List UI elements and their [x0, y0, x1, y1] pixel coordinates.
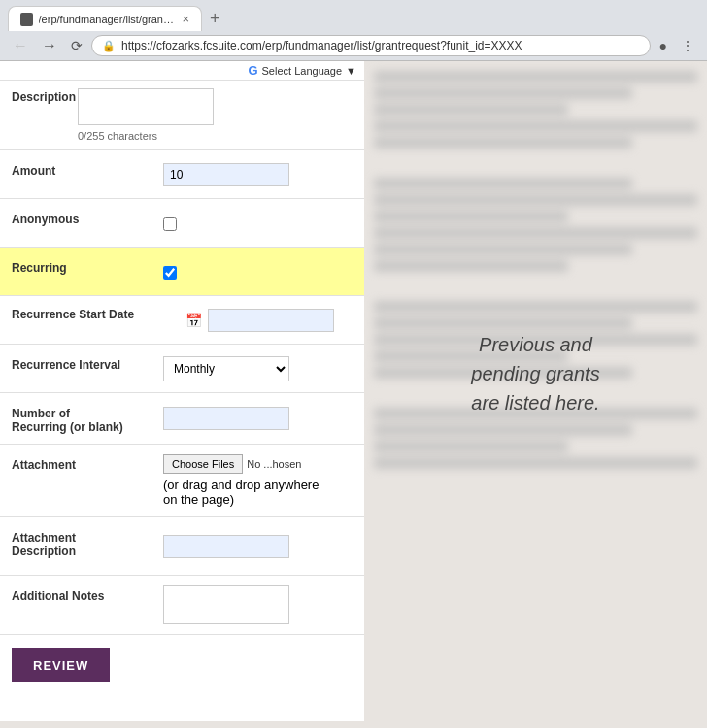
attachment-description-input[interactable] — [163, 535, 289, 558]
attachment-row: Attachment Choose Files No ...hosen (or … — [0, 445, 364, 517]
attachment-control: Choose Files No ...hosen (or drag and dr… — [155, 445, 364, 516]
refresh-button[interactable]: ⟳ — [66, 36, 87, 55]
anonymous-checkbox[interactable] — [163, 217, 177, 231]
anonymous-row: Anonymous — [0, 199, 364, 248]
nav-right-buttons: ● ⋮ — [655, 36, 699, 55]
additional-notes-label: Additional Notes — [0, 576, 155, 634]
number-of-recurring-control — [155, 393, 364, 444]
recurrence-interval-label: Recurrence Interval — [0, 345, 155, 392]
attachment-description-row: Attachment Description — [0, 517, 364, 576]
attachment-hint: (or drag and drop anywhere on the page) — [163, 478, 319, 507]
tab-favicon — [20, 13, 33, 26]
url-text: https://cfozarks.fcsuite.com/erp/fundman… — [121, 39, 522, 52]
right-section-4 — [374, 408, 697, 469]
tab-bar: /erp/fundmanager/list/grantrec... × + — [0, 0, 707, 31]
translate-bar: G Select Language ▼ — [0, 61, 364, 81]
number-of-recurring-row: Number of Recurring (or blank) — [0, 393, 364, 445]
menu-button[interactable]: ⋮ — [676, 36, 699, 55]
review-button-container: REVIEW — [0, 635, 364, 702]
tab-close-button[interactable]: × — [182, 12, 189, 26]
google-g-icon: G — [248, 63, 257, 78]
extensions-button[interactable]: ● — [655, 36, 672, 55]
right-panel: Previous and pending grants are listed h… — [364, 61, 707, 721]
right-section-2 — [374, 178, 697, 272]
description-textarea[interactable] — [78, 88, 214, 125]
back-button[interactable]: ← — [8, 35, 33, 56]
blurred-content-3 — [374, 301, 697, 379]
nav-bar: ← → ⟳ 🔒 https://cfozarks.fcsuite.com/erp… — [0, 31, 707, 60]
select-language-label[interactable]: Select Language — [262, 65, 343, 77]
attachment-description-control — [155, 517, 364, 575]
anonymous-label: Anonymous — [0, 199, 155, 247]
recurring-checkbox[interactable] — [163, 266, 177, 280]
address-bar[interactable]: 🔒 https://cfozarks.fcsuite.com/erp/fundm… — [91, 35, 651, 56]
recurrence-interval-row: Recurrence Interval Monthly Weekly Annua… — [0, 345, 364, 393]
browser-chrome: /erp/fundmanager/list/grantrec... × + ← … — [0, 0, 707, 61]
tab-title: /erp/fundmanager/list/grantrec... — [39, 14, 175, 25]
description-control: 0/255 characters — [78, 81, 214, 149]
recurrence-interval-select[interactable]: Monthly Weekly Annually — [163, 356, 289, 381]
recurring-label: Recurring — [0, 248, 155, 295]
amount-control: 10 — [155, 150, 364, 198]
blurred-content-4 — [374, 408, 697, 469]
no-file-chosen-text: No ...hosen — [247, 458, 301, 470]
amount-label: Amount — [0, 150, 155, 198]
attachment-hint-line2: on the page) — [163, 492, 234, 507]
blurred-content-1 — [374, 71, 697, 149]
new-tab-button[interactable]: + — [206, 9, 224, 29]
attachment-hint-line1: (or drag and drop anywhere — [163, 478, 319, 492]
lock-icon: 🔒 — [102, 40, 116, 52]
select-language-arrow[interactable]: ▼ — [346, 65, 356, 77]
form-area: G Select Language ▼ Description 0/255 ch… — [0, 61, 364, 721]
right-section-1 — [374, 71, 697, 149]
amount-row: Amount 10 — [0, 150, 364, 199]
recurring-control — [155, 248, 364, 295]
additional-notes-textarea[interactable] — [163, 585, 289, 624]
form-container: Description 0/255 characters Amount 10 A… — [0, 81, 364, 702]
attachment-description-label: Attachment Description — [0, 517, 155, 575]
description-char-count: 0/255 characters — [78, 130, 214, 142]
number-of-recurring-label: Number of Recurring (or blank) — [0, 393, 155, 444]
review-button[interactable]: REVIEW — [12, 648, 110, 682]
recurring-row: Recurring — [0, 248, 364, 296]
anonymous-control — [155, 199, 364, 247]
choose-files-button[interactable]: Choose Files — [163, 454, 243, 474]
description-row: Description 0/255 characters — [0, 81, 364, 150]
file-chooser-row: Choose Files No ...hosen — [163, 454, 301, 474]
number-of-recurring-input[interactable] — [163, 407, 289, 430]
recurrence-start-date-label: Recurrence Start Date — [0, 296, 155, 344]
translate-widget[interactable]: G Select Language ▼ — [248, 63, 356, 78]
forward-button[interactable]: → — [37, 35, 62, 56]
right-section-3 — [374, 301, 697, 379]
amount-input[interactable]: 10 — [163, 163, 289, 186]
recurrence-start-date-input[interactable] — [208, 309, 334, 332]
recurrence-start-date-row: Recurrence Start Date 📅 — [0, 296, 364, 345]
page-wrapper: G Select Language ▼ Description 0/255 ch… — [0, 61, 707, 721]
additional-notes-row: Additional Notes — [0, 576, 364, 635]
recurrence-start-date-control: 📅 — [155, 296, 364, 344]
recurrence-interval-control: Monthly Weekly Annually — [155, 345, 364, 392]
description-label: Description — [0, 81, 78, 149]
calendar-icon[interactable]: 📅 — [185, 313, 202, 328]
attachment-label: Attachment — [0, 445, 155, 516]
blurred-content-2 — [374, 178, 697, 272]
additional-notes-control — [155, 576, 364, 634]
active-tab[interactable]: /erp/fundmanager/list/grantrec... × — [8, 6, 202, 31]
